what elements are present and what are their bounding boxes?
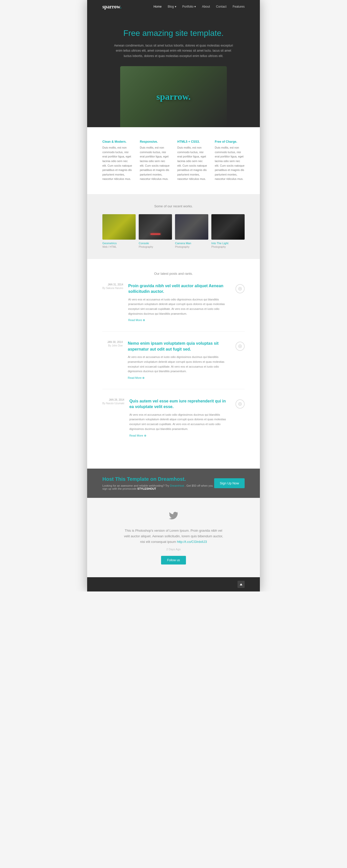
feature-item: Responsive. Duis mollis, est non commodo… [140,140,170,181]
portfolio-thumb-camera [175,214,208,240]
main-nav: sparrow. Home Blog ▾ Portfolio ▾ About C… [87,0,260,13]
dreamhost-title: Host This Template on Dreamhost. [102,476,214,482]
twitter-icon [102,510,245,523]
feature-title: HTML5 + CSS3. [177,140,207,144]
portfolio-item-title: Into The Light [211,242,245,245]
hero-brand: sparrow. [157,91,190,102]
portfolio-grid: Geometrics Web / HTML Console Photograph… [102,214,245,249]
read-more-link[interactable]: Read More ⊕ [128,318,145,321]
feature-item: Clean & Modern. Duis mollis, est non com… [102,140,132,181]
portfolio-thumb-console [139,214,172,240]
blog-post-title: Nemo enim ipsam voluptatem quia voluptas… [128,341,231,352]
portfolio-section: Some of our recent works. Geometrics Web… [87,194,260,259]
hero-title: Free amazing site template. [97,29,250,38]
site-footer [87,577,260,591]
blog-post-body: At vero eos et accusamus et iusto odio d… [128,297,231,316]
portfolio-item[interactable]: Camera Man Photography [175,214,208,249]
hero-image: sparrow. [120,66,227,127]
nav-contact[interactable]: Contact [216,5,226,8]
tweet-link[interactable]: http://t.co/CGlrdxlIJ3 [177,540,207,544]
nav-blog[interactable]: Blog ▾ [168,5,176,8]
nav-portfolio[interactable]: Portfolio ▾ [182,5,196,8]
follow-button[interactable]: Follow us [161,556,186,564]
blog-section: Our latest posts and rants. JAN 31, 2014… [87,259,260,469]
feature-item: Free of Charge. Duis mollis, est non com… [215,140,245,181]
portfolio-item-subtitle: Photography [211,246,226,248]
blog-post-icon [236,399,245,409]
feature-body: Duis mollis, est non commodo luctus, nis… [102,146,132,181]
portfolio-item[interactable]: Console Photography [139,214,172,249]
blog-post: JAN 30, 2014 By John Doe Nemo enim ipsam… [102,341,245,389]
dreamhost-banner: Host This Template on Dreamhost. Looking… [87,469,260,498]
portfolio-subtitle: Some of our recent works. [102,204,245,208]
portfolio-thumb-light [211,214,245,240]
feature-title: Responsive. [140,140,170,144]
feature-title: Clean & Modern. [102,140,132,144]
features-grid: Clean & Modern. Duis mollis, est non com… [102,140,245,181]
blog-post-icon [236,284,245,293]
blog-subtitle: Our latest posts and rants. [102,272,245,276]
twitter-section: This is Photoshop's version of Lorem Ips… [87,498,260,577]
hero-section: Free amazing site template. Aenean condi… [87,13,260,127]
dreamhost-description: Looking for an awesome and reliable webh… [102,484,214,490]
portfolio-item-title: Console [139,242,172,245]
portfolio-item-subtitle: Photography [139,246,153,248]
portfolio-thumb-geo [102,214,136,240]
blog-post-title: Proin gravida nibh vel velit auctor aliq… [128,283,231,294]
feature-body: Duis mollis, est non commodo luctus, nis… [140,146,170,181]
site-logo: sparrow. [102,4,122,10]
feature-body: Duis mollis, est non commodo luctus, nis… [215,146,245,181]
blog-post-title: Quis autem vel esse eum iure reprehender… [129,398,231,410]
portfolio-item-title: Camera Man [175,242,208,245]
portfolio-item-subtitle: Photography [175,246,189,248]
feature-title: Free of Charge. [215,140,245,144]
blog-post: JAN 31, 2014 By Sakura Haruno Proin grav… [102,283,245,332]
blog-post-icon [236,342,245,351]
blog-date: JAN 30, 2014 By John Doe [102,341,123,347]
feature-body: Duis mollis, est non commodo luctus, nis… [177,146,207,181]
blog-date: JAN 28, 2014 By Naruto Uzumaki [102,398,124,405]
portfolio-item-title: Geometrics [102,242,136,245]
nav-links: Home Blog ▾ Portfolio ▾ About Contact Fe… [153,5,245,9]
hero-description: Aenean condimentum, lacus sit amet luctu… [112,43,235,59]
read-more-link[interactable]: Read More ⊕ [128,376,144,379]
dreamhost-link[interactable]: DreamHost [170,484,184,487]
feature-item: HTML5 + CSS3. Duis mollis, est non commo… [177,140,207,181]
nav-about[interactable]: About [202,5,210,8]
tweet-text: This is Photoshop's version of Lorem Ips… [123,528,224,545]
portfolio-item-subtitle: Web / HTML [102,246,116,248]
blog-post-body: At vero eos et accusamus et iusto odio d… [129,412,231,431]
portfolio-item[interactable]: Geometrics Web / HTML [102,214,136,249]
scroll-top-button[interactable] [238,581,245,588]
signup-button[interactable]: Sign Up Now [214,478,245,488]
blog-content: Proin gravida nibh vel velit auctor aliq… [128,283,231,322]
nav-features[interactable]: Features [233,5,245,8]
blog-post-body: At vero eos et accusamus et iusto odio d… [128,354,231,374]
tweet-date: 2 Days Ago [102,548,245,551]
portfolio-item[interactable]: Into The Light Photography [211,214,245,249]
features-section: Clean & Modern. Duis mollis, est non com… [87,127,260,194]
blog-post: JAN 28, 2014 By Naruto Uzumaki Quis aute… [102,398,245,447]
dreamhost-text: Host This Template on Dreamhost. Looking… [102,476,214,490]
blog-content: Quis autem vel esse eum iure reprehender… [129,398,231,438]
blog-content: Nemo enim ipsam voluptatem quia voluptas… [128,341,231,380]
nav-home[interactable]: Home [153,5,162,8]
read-more-link[interactable]: Read More ⊕ [129,434,146,437]
blog-date: JAN 31, 2014 By Sakura Haruno [102,283,123,290]
